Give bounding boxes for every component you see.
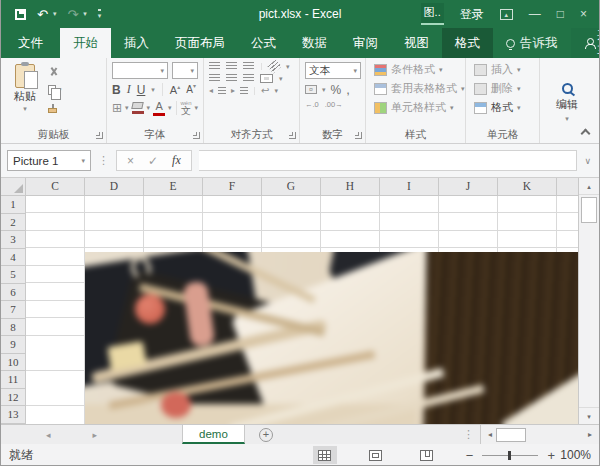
row-header-7[interactable]: 7: [1, 301, 25, 319]
align-middle-icon[interactable]: [226, 62, 237, 71]
styles-cell-styles-button[interactable]: 单元格样式▾: [371, 98, 462, 117]
tell-me-box[interactable]: 告诉我: [493, 28, 571, 58]
vertical-scrollbar-thumb[interactable]: [581, 197, 597, 223]
sheet-nav-right-icon[interactable]: ▸: [93, 430, 98, 440]
vertical-scrollbar[interactable]: ▴ ▾: [578, 178, 599, 424]
column-header-partial[interactable]: [557, 178, 578, 195]
styles-conditional-formatting-button[interactable]: 条件格式▾: [371, 60, 462, 79]
font-color-dropdown-icon[interactable]: ▾: [168, 104, 172, 112]
tab-home[interactable]: 开始: [60, 28, 111, 58]
page-layout-view-button[interactable]: [364, 446, 388, 464]
format-dropdown-icon[interactable]: ▾: [517, 104, 521, 112]
conditional-formatting-dropdown-icon[interactable]: ▾: [439, 66, 443, 74]
borders-dropdown-icon[interactable]: ▾: [125, 104, 129, 112]
cut-button[interactable]: [48, 65, 62, 79]
wrap-text-dropdown-icon[interactable]: ▾: [274, 87, 278, 95]
zoom-in-button[interactable]: +: [547, 448, 555, 463]
normal-view-button[interactable]: [313, 446, 337, 464]
wrap-text-icon[interactable]: ↩: [261, 86, 269, 96]
picture-tools-badge[interactable]: 图..: [421, 3, 444, 25]
column-header-H[interactable]: H: [321, 178, 380, 195]
expand-formula-bar-icon[interactable]: ∨: [584, 156, 593, 166]
zoom-slider-handle[interactable]: [508, 451, 511, 460]
sheet-tab-demo[interactable]: demo: [182, 425, 245, 444]
zoom-slider[interactable]: [482, 455, 538, 456]
phonetic-guide-button[interactable]: wén文: [180, 100, 191, 116]
increase-indent-icon[interactable]: [240, 87, 248, 96]
increase-font-size-button[interactable]: A▴: [170, 84, 180, 96]
tab-file[interactable]: 文件: [1, 28, 60, 58]
increase-decimal-button[interactable]: ←.0: [305, 100, 319, 109]
align-top-icon[interactable]: [209, 62, 220, 71]
column-header-G[interactable]: G: [262, 178, 321, 195]
alignment-dialog-launcher[interactable]: [289, 132, 296, 139]
decrease-decimal-button[interactable]: .00→: [325, 100, 343, 109]
row-header-13[interactable]: 13: [1, 406, 25, 424]
minimize-button[interactable]: —: [529, 7, 541, 21]
currency-dropdown-icon[interactable]: ▾: [322, 86, 326, 94]
decrease-font-size-button[interactable]: A▾: [186, 84, 196, 95]
format-as-table-dropdown-icon[interactable]: ▾: [461, 85, 465, 93]
font-size-combo[interactable]: ▾: [172, 62, 198, 79]
horizontal-scrollbar[interactable]: ◂ ▸: [480, 425, 599, 444]
column-header-J[interactable]: J: [439, 178, 498, 195]
page-break-view-button[interactable]: [415, 446, 439, 464]
tab-review[interactable]: 审阅: [340, 28, 391, 58]
cells-format-button[interactable]: 格式▾: [471, 98, 536, 117]
ribbon-display-options-icon[interactable]: ▴: [500, 9, 513, 20]
enter-button[interactable]: ✓: [148, 154, 158, 168]
scroll-left-icon[interactable]: ◂: [484, 430, 496, 439]
paste-dropdown-icon[interactable]: ▾: [23, 105, 27, 113]
fill-color-button[interactable]: [132, 102, 144, 114]
formula-bar-handle-icon[interactable]: ⋮: [98, 154, 109, 167]
row-header-3[interactable]: 3: [1, 231, 25, 249]
italic-button[interactable]: I: [127, 82, 131, 97]
column-header-F[interactable]: F: [203, 178, 262, 195]
cells-insert-button[interactable]: 插入▾: [471, 60, 536, 79]
row-header-11[interactable]: 11: [1, 371, 25, 389]
tab-view[interactable]: 视图: [391, 28, 442, 58]
merge-center-icon[interactable]: [260, 74, 273, 83]
undo-dropdown-icon[interactable]: ▾: [53, 10, 57, 18]
embedded-picture[interactable]: [85, 252, 578, 424]
tab-page-layout[interactable]: 页面布局: [162, 28, 238, 58]
cell-styles-dropdown-icon[interactable]: ▾: [450, 104, 454, 112]
align-left-icon[interactable]: [209, 74, 220, 83]
currency-format-icon[interactable]: ¤: [305, 85, 317, 94]
row-header-9[interactable]: 9: [1, 336, 25, 354]
percent-style-button[interactable]: %: [331, 83, 342, 97]
row-header-10[interactable]: 10: [1, 354, 25, 372]
align-bottom-icon[interactable]: [243, 62, 254, 71]
formula-input[interactable]: [199, 150, 578, 171]
horizontal-scrollbar-thumb[interactable]: [496, 428, 526, 442]
row-header-5[interactable]: 5: [1, 266, 25, 284]
column-header-C[interactable]: C: [26, 178, 85, 195]
cancel-button[interactable]: ×: [127, 154, 134, 168]
row-header-6[interactable]: 6: [1, 284, 25, 302]
orientation-icon[interactable]: [267, 60, 281, 74]
sign-in-button[interactable]: 登录: [460, 6, 484, 23]
tab-splitter-icon[interactable]: ⋮: [463, 428, 474, 441]
orientation-dropdown-icon[interactable]: ▾: [286, 63, 290, 71]
close-button[interactable]: ×: [580, 7, 587, 21]
horizontal-scrollbar-track[interactable]: [526, 428, 584, 442]
scroll-right-icon[interactable]: ▸: [584, 430, 596, 439]
zoom-out-button[interactable]: −: [466, 448, 474, 463]
name-box-dropdown-icon[interactable]: ▾: [81, 157, 85, 165]
tab-data[interactable]: 数据: [289, 28, 340, 58]
font-name-combo[interactable]: ▾: [112, 62, 168, 79]
zoom-level[interactable]: 100%: [555, 448, 591, 462]
editing-button[interactable]: 编辑 ▾: [548, 62, 586, 143]
scroll-down-icon[interactable]: ▾: [579, 407, 599, 424]
format-painter-button[interactable]: [48, 101, 62, 115]
row-header-8[interactable]: 8: [1, 319, 25, 337]
underline-dropdown-icon[interactable]: ▾: [151, 86, 155, 94]
column-header-K[interactable]: K: [498, 178, 557, 195]
row-header-2[interactable]: 2: [1, 214, 25, 232]
align-right-icon[interactable]: [243, 74, 254, 83]
scroll-up-icon[interactable]: ▴: [579, 178, 599, 195]
add-sheet-button[interactable]: +: [259, 428, 273, 442]
tab-formulas[interactable]: 公式: [238, 28, 289, 58]
phonetic-dropdown-icon[interactable]: ▾: [194, 104, 198, 112]
merge-dropdown-icon[interactable]: ▾: [279, 75, 283, 83]
